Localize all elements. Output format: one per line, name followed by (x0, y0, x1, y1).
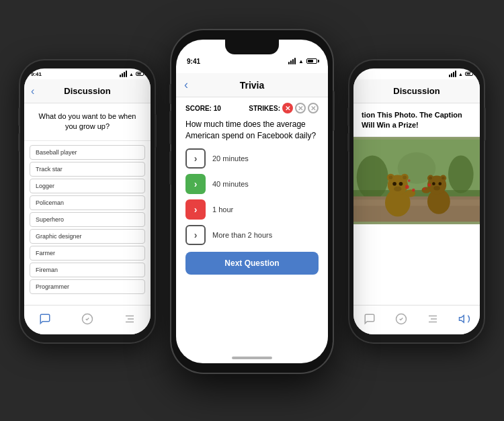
svg-point-14 (389, 175, 393, 179)
center-phone: 9:41 ▲ ‹ Trivia SCORE: 10 (171, 30, 333, 373)
settings-icon[interactable] (123, 312, 136, 326)
left-nav-bar (24, 305, 151, 334)
left-answer-list: Baseball player Track star Logger Police… (24, 145, 151, 294)
list-item[interactable]: Track star (30, 162, 145, 177)
check-circle-icon-right[interactable] (394, 312, 408, 326)
check-circle-icon[interactable] (81, 312, 94, 326)
settings-icon-right[interactable] (426, 312, 439, 326)
answer-btn-2[interactable]: › (185, 174, 206, 194)
answer-btn-3[interactable]: › (185, 199, 206, 220)
left-question: What do you want to be when you grow up? (24, 103, 151, 141)
right-header: Discussion (353, 79, 480, 103)
strike-3: ✕ (308, 103, 319, 113)
answer-btn-1[interactable]: › (185, 148, 206, 169)
answer-btn-4[interactable]: › (185, 225, 206, 245)
list-item[interactable]: Policeman (30, 195, 145, 210)
list-item[interactable]: Fireman (30, 263, 145, 277)
svg-point-16 (403, 175, 407, 179)
strike-1: ✕ (282, 103, 293, 113)
svg-point-27 (429, 177, 432, 180)
svg-point-33 (422, 187, 431, 193)
svg-point-23 (408, 179, 411, 182)
speaker-icon-right[interactable] (458, 312, 471, 326)
list-item[interactable]: Graphic designer (30, 229, 145, 244)
left-header: ‹ Discussion (24, 79, 151, 103)
answer-option-1[interactable]: › 20 minutes (185, 148, 319, 169)
back-button[interactable]: ‹ (31, 85, 34, 97)
svg-point-30 (432, 182, 435, 185)
right-article-title: tion This Photo. The Caption Will Win a … (353, 103, 480, 137)
svg-point-35 (423, 187, 425, 190)
score-bar: SCORE: 10 STRIKES: ✕ ✕ ✕ (176, 97, 328, 119)
strikes-label: STRIKES: (249, 105, 280, 112)
strike-2: ✕ (295, 103, 306, 113)
svg-point-21 (405, 185, 409, 189)
left-status-time: 9:41 (31, 71, 42, 77)
right-phone: ▲ Discussion tion This Photo. The Captio… (349, 60, 484, 342)
list-item[interactable]: Farmer (30, 246, 145, 261)
bear-image (353, 137, 480, 224)
svg-marker-40 (459, 315, 464, 322)
answer-option-3[interactable]: › 1 hour (185, 199, 319, 220)
list-item[interactable]: Programmer (30, 279, 145, 294)
center-status-time: 9:41 (187, 58, 200, 65)
center-header: ‹ Trivia (176, 73, 328, 97)
answer-text-3: 1 hour (212, 205, 233, 214)
svg-rect-10 (353, 199, 480, 205)
notch (225, 40, 279, 54)
chat-icon-right[interactable] (363, 312, 376, 326)
answer-text-1: 20 minutes (212, 154, 249, 162)
next-question-button[interactable]: Next Question (185, 252, 319, 275)
svg-point-22 (412, 189, 415, 192)
svg-point-31 (438, 182, 442, 185)
svg-point-32 (433, 186, 439, 191)
right-nav-bar (353, 305, 480, 334)
svg-point-34 (427, 183, 431, 187)
list-item[interactable]: Superhero (30, 212, 145, 227)
wifi-icon: ▲ (129, 72, 134, 77)
answer-option-4[interactable]: › More than 2 hours (185, 225, 319, 245)
home-indicator (232, 357, 272, 359)
svg-point-7 (448, 155, 474, 193)
answer-text-2: 40 minutes (212, 180, 249, 188)
answer-option-2[interactable]: › 40 minutes (185, 174, 319, 194)
trivia-question: How much time does the average American … (176, 119, 328, 148)
list-item[interactable]: Logger (30, 179, 145, 193)
list-item[interactable]: Baseball player (30, 145, 145, 160)
svg-point-6 (357, 155, 388, 199)
right-phone-screen: ▲ Discussion tion This Photo. The Captio… (353, 68, 480, 334)
wifi-icon: ▲ (298, 58, 304, 64)
wifi-icon-right: ▲ (458, 72, 463, 77)
strikes-section: STRIKES: ✕ ✕ ✕ (249, 103, 319, 113)
answer-text-4: More than 2 hours (212, 231, 272, 239)
svg-point-19 (394, 186, 401, 191)
svg-point-29 (442, 177, 445, 180)
left-header-title: Discussion (64, 86, 110, 96)
center-back-button[interactable]: ‹ (184, 78, 188, 92)
svg-point-18 (399, 182, 403, 186)
chat-icon[interactable] (38, 312, 52, 326)
svg-point-17 (392, 182, 396, 186)
right-header-title: Discussion (393, 86, 439, 96)
center-header-title: Trivia (240, 80, 265, 91)
center-phone-screen: 9:41 ▲ ‹ Trivia SCORE: 10 (176, 40, 328, 363)
left-phone-screen: 9:41 ▲ ‹ Discussion What do you want to … (24, 68, 151, 334)
phones-container: 9:41 ▲ ‹ Discussion What do you want to … (0, 0, 504, 421)
left-phone: 9:41 ▲ ‹ Discussion What do you want to … (20, 60, 155, 342)
score-label: SCORE: 10 (185, 105, 221, 112)
